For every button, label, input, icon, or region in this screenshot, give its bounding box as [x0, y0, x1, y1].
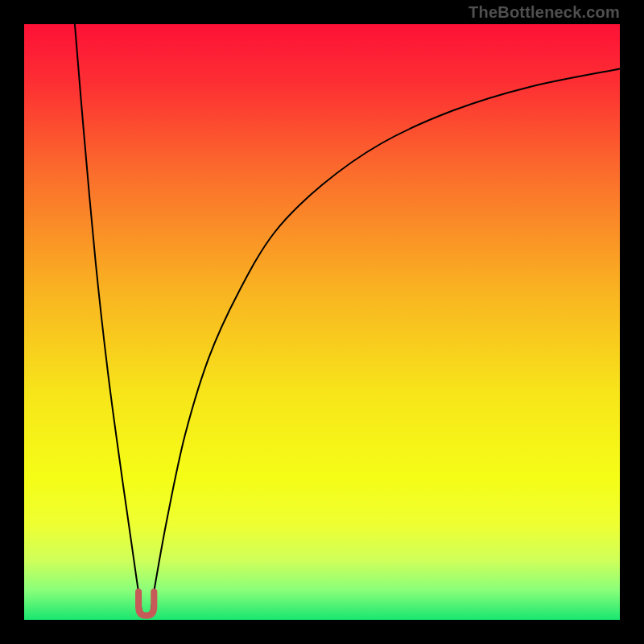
curve-left-branch: [75, 24, 142, 611]
chart-frame: [0, 0, 644, 644]
plot-area: [24, 24, 620, 620]
watermark-text: TheBottleneck.com: [469, 3, 620, 22]
curve-right-branch: [151, 69, 620, 611]
bottleneck-curve: [24, 24, 620, 620]
optimal-marker: [138, 592, 154, 616]
